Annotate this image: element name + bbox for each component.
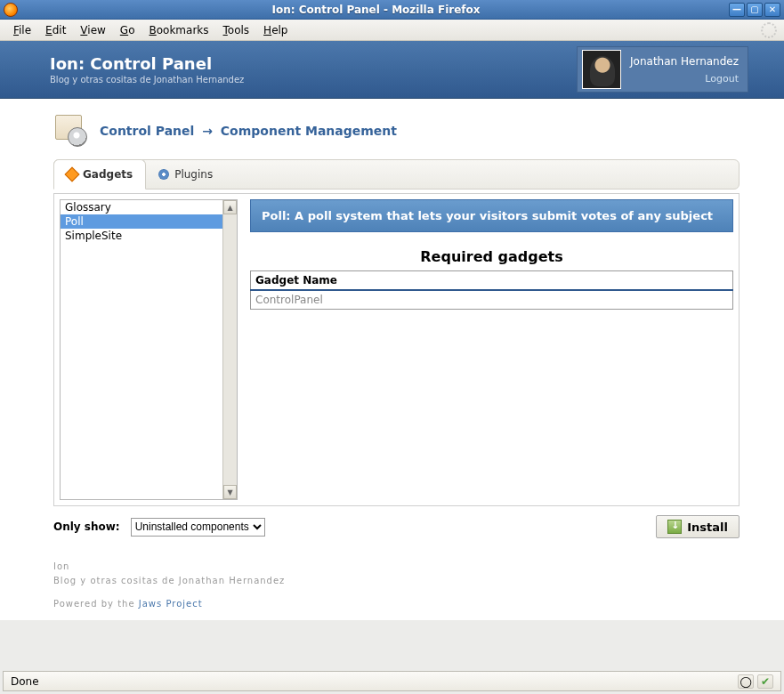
page-title: Ion: Control Panel [50, 54, 577, 73]
throbber-icon [761, 22, 777, 38]
page-footer: Ion Blog y otras cositas de Jonathan Her… [53, 560, 740, 611]
component-icon [53, 115, 87, 147]
install-button-label: Install [687, 520, 728, 534]
menu-bookmarks[interactable]: Bookmarks [142, 22, 214, 38]
required-heading: Required gadgets [250, 248, 733, 265]
scroll-down-button[interactable]: ▼ [223, 485, 237, 499]
detail-pane: Poll: A poll system that lets your visit… [250, 199, 733, 500]
menu-go[interactable]: Go [114, 22, 141, 38]
menu-help[interactable]: Help [257, 22, 294, 38]
component-listbox: GlossaryPollSimpleSite ▲ ▼ [60, 199, 238, 500]
filter-select[interactable]: Uninstalled components [131, 518, 265, 537]
tab-plugins-label: Plugins [174, 168, 213, 181]
firefox-icon [4, 3, 18, 17]
menu-edit[interactable]: Edit [39, 22, 72, 38]
tab-gadgets-label: Gadgets [83, 168, 133, 181]
filter-controls: Only show: Uninstalled components Instal… [53, 515, 740, 538]
diamond-icon [65, 167, 80, 182]
app-header: Ion: Control Panel Blog y otras cositas … [0, 41, 784, 99]
status-cookie-icon[interactable]: ◯ [738, 674, 754, 689]
logout-link[interactable]: Logout [630, 73, 739, 85]
table-row: ControlPanel [251, 290, 733, 310]
maximize-button[interactable]: ▢ [747, 3, 763, 17]
list-item[interactable]: Poll [61, 214, 222, 229]
install-button[interactable]: Install [656, 515, 740, 538]
footer-line2: Blog y otras cositas de Jonathan Hernand… [53, 574, 740, 588]
minimize-button[interactable]: — [729, 3, 745, 17]
breadcrumb: Control Panel → Component Management [53, 115, 740, 147]
component-list[interactable]: GlossaryPollSimpleSite [61, 200, 222, 499]
window-titlebar: Ion: Control Panel - Mozilla Firefox — ▢… [0, 0, 784, 20]
main-panel: GlossaryPollSimpleSite ▲ ▼ Poll: A poll … [53, 193, 740, 506]
window-title: Ion: Control Panel - Mozilla Firefox [23, 4, 729, 16]
only-show-label: Only show: [53, 520, 120, 533]
user-box: Jonathan Hernandez Logout [577, 46, 748, 93]
tab-plugins[interactable]: Plugins [146, 160, 225, 189]
avatar [582, 50, 621, 89]
scroll-track[interactable] [223, 214, 237, 485]
listbox-scrollbar: ▲ ▼ [222, 200, 237, 499]
status-security-icon[interactable]: ✔ [757, 674, 773, 689]
scroll-up-button[interactable]: ▲ [223, 200, 237, 214]
close-button[interactable]: ✕ [764, 3, 780, 17]
content-area: Control Panel → Component Management Gad… [0, 99, 784, 620]
menu-tools[interactable]: Tools [217, 22, 256, 38]
menu-file[interactable]: File [7, 22, 37, 38]
tab-gadgets[interactable]: Gadgets [53, 159, 146, 190]
browser-statusbar: Done ◯ ✔ [3, 671, 781, 691]
tab-bar: Gadgets Plugins [53, 159, 740, 190]
required-table: Gadget Name ControlPanel [250, 270, 733, 310]
menu-view[interactable]: View [74, 22, 111, 38]
list-item[interactable]: Glossary [61, 200, 222, 214]
browser-menubar: File Edit View Go Bookmarks Tools Help [0, 20, 784, 41]
list-item[interactable]: SimpleSite [61, 229, 222, 243]
user-name: Jonathan Hernandez [630, 55, 739, 68]
breadcrumb-root[interactable]: Control Panel [100, 124, 194, 138]
gear-icon [158, 169, 169, 180]
table-cell: ControlPanel [251, 290, 733, 310]
window-buttons: — ▢ ✕ [729, 3, 780, 17]
footer-line1: Ion [53, 560, 740, 574]
install-icon [667, 520, 682, 534]
page-subtitle: Blog y otras cositas de Jonathan Hernand… [50, 75, 577, 85]
breadcrumb-current[interactable]: Component Management [221, 124, 397, 138]
powered-by-prefix: Powered by the [53, 599, 139, 609]
description-banner: Poll: A poll system that lets your visit… [250, 199, 733, 232]
required-table-header: Gadget Name [251, 271, 733, 291]
jaws-project-link[interactable]: Jaws Project [139, 599, 203, 609]
status-text: Done [11, 675, 39, 688]
breadcrumb-arrow: → [202, 124, 213, 138]
